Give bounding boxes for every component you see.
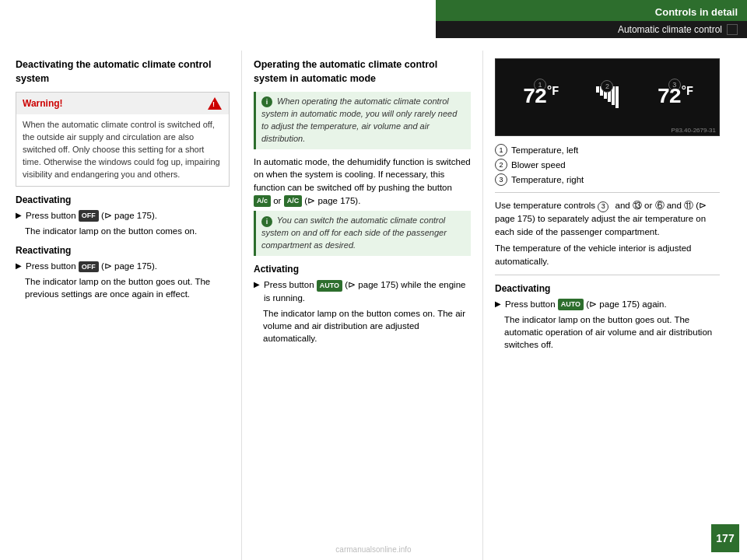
subsection-label: Automatic climate control xyxy=(618,24,722,35)
deactivating-sub1: The indicator lamp on the button comes o… xyxy=(25,225,230,237)
triangle-icon xyxy=(208,97,222,110)
activating-step1: ▶ Press button AUTO (⊳ page 175) while t… xyxy=(254,278,471,303)
section-label: Controls in detail xyxy=(655,6,738,18)
activating-step1-text: Press button AUTO (⊳ page 175) while the… xyxy=(264,278,471,303)
warning-label: Warning! xyxy=(23,98,63,109)
right-deactivating-sub1: The indicator lamp on the button goes ou… xyxy=(504,313,720,351)
legend: 1 Temperature, left 2 Blower speed 3 Tem… xyxy=(495,144,720,186)
deactivating-step1: ▶ Press button OFF (⊳ page 175). xyxy=(16,209,230,222)
reactivating-title: Reactivating xyxy=(16,245,230,256)
right-column: 1 72°F 2 3 72°F P83.40-2679-3 xyxy=(482,51,731,560)
reactivating-step1-text: Press button OFF (⊳ page 175). xyxy=(26,260,230,272)
warning-box: Warning! When the automatic climate cont… xyxy=(16,92,230,187)
warning-body: When the automatic climate control is sw… xyxy=(16,114,229,186)
subsection-title: Automatic climate control xyxy=(436,21,747,38)
left-temp-display: 1 72°F xyxy=(523,85,558,109)
ac-badge-1: A/c xyxy=(254,195,271,207)
arrow-icon: ▶ xyxy=(16,210,22,221)
blower-display: 2 xyxy=(596,86,619,108)
right-temp-display: 3 72°F xyxy=(657,85,692,109)
legend-text-2: Blower speed xyxy=(511,159,566,171)
off-badge-2: OFF xyxy=(79,261,99,273)
info-icon-2: i xyxy=(261,216,272,227)
warning-header: Warning! xyxy=(16,93,229,114)
divider-2 xyxy=(495,275,720,275)
right-deactivating-title: Deactivating xyxy=(495,283,720,294)
warning-icon xyxy=(207,96,223,111)
circle-2: 2 xyxy=(601,80,613,93)
arrow-icon-3: ▶ xyxy=(254,279,260,290)
auto-badge-1: AUTO xyxy=(317,280,342,292)
right-temp-value: 72°F xyxy=(657,85,692,109)
blower-seg-1 xyxy=(596,86,599,93)
arrow-icon-2: ▶ xyxy=(16,261,22,271)
legend-item-2: 2 Blower speed xyxy=(495,159,720,171)
auto-badge-2: AUTO xyxy=(558,299,584,310)
middle-section-title: Operating the automatic climate control … xyxy=(254,58,471,86)
reactivating-sub1: The indicator lamp on the button goes ou… xyxy=(25,275,230,300)
legend-text-1: Temperature, left xyxy=(511,144,578,156)
reactivating-step1: ▶ Press button OFF (⊳ page 175). xyxy=(16,260,230,272)
header-bar: Controls in detail Automatic climate con… xyxy=(436,0,747,47)
legend-item-1: 1 Temperature, left xyxy=(495,144,720,156)
legend-text-3: Temperature, right xyxy=(511,173,584,186)
right-deactivating-step1-text: Press button AUTO (⊳ page 175) again. xyxy=(505,298,720,310)
auto-temp-text: The temperature of the vehicle interior … xyxy=(495,242,720,268)
info-icon-1: i xyxy=(261,96,272,107)
blower-seg-6 xyxy=(615,86,619,108)
climate-display: 1 72°F 2 3 72°F P83.40-2679-3 xyxy=(495,58,720,136)
ctrl-num-3: 3 xyxy=(598,201,608,212)
middle-column: Operating the automatic climate control … xyxy=(241,51,482,560)
section-title: Controls in detail xyxy=(436,0,747,21)
divider-1 xyxy=(495,192,720,193)
info-box-2: i You can switch the automatic climate c… xyxy=(254,211,471,256)
deactivating-title: Deactivating xyxy=(16,194,230,205)
info-box-1: i When operating the automatic climate c… xyxy=(254,92,471,149)
part-number: P83.40-2679-31 xyxy=(672,127,716,134)
left-column: Deactivating the automatic climate contr… xyxy=(0,51,241,560)
deactivating-step1-text: Press button OFF (⊳ page 175). xyxy=(26,209,230,222)
ac-badge-2: A/C xyxy=(284,195,303,207)
activating-sub1: The indicator lamp on the button comes o… xyxy=(263,307,471,345)
main-content: Deactivating the automatic climate contr… xyxy=(0,51,747,560)
legend-item-3: 3 Temperature, right xyxy=(495,173,720,186)
off-badge: OFF xyxy=(79,210,99,222)
black-square-icon xyxy=(727,24,738,35)
right-deactivating-step1: ▶ Press button AUTO (⊳ page 175) again. xyxy=(495,298,720,310)
legend-num-3: 3 xyxy=(495,173,507,186)
legend-num-2: 2 xyxy=(495,159,507,171)
left-section-title: Deactivating the automatic climate contr… xyxy=(16,58,230,86)
left-temp-value: 72°F xyxy=(523,85,558,109)
arrow-icon-4: ▶ xyxy=(495,299,501,310)
activating-title: Activating xyxy=(254,264,471,275)
use-controls-text: Use temperature controls 3 and ⑬ or ⑥ an… xyxy=(495,199,720,238)
legend-num-1: 1 xyxy=(495,144,507,156)
middle-para1: In automatic mode, the dehumidify functi… xyxy=(254,156,471,208)
